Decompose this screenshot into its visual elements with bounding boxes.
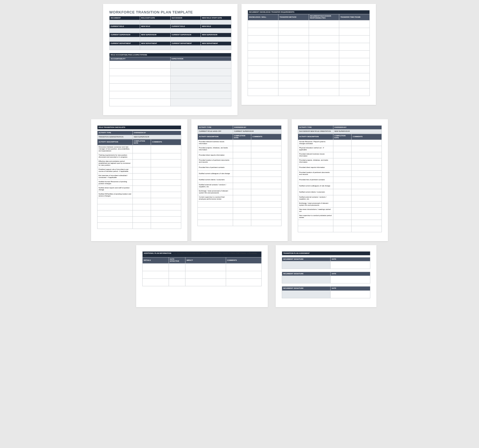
activity-desc: Notified external contacts / vendors / s… <box>298 195 333 201</box>
table-row: Training requirements for new position d… <box>97 153 181 159</box>
activity-desc: Provided relevant business issues inform… <box>298 152 333 158</box>
table-row <box>298 220 382 226</box>
activity-desc: Notified external contacts / vendors / s… <box>198 183 233 189</box>
activity-desc: Notified current colleagues of role chan… <box>298 183 333 189</box>
page-7: TRANSITION PLAN AGREEMENT INCUMBENT SIGN… <box>276 245 376 307</box>
basic-info-table: INCUMBENT ROLE EXIT DATE SUCCESSOR NEW R… <box>109 16 231 50</box>
activity-desc: Provided direct reports information <box>298 164 333 170</box>
table-row: Current supervisor to conduct final empl… <box>198 195 282 201</box>
agreement-table: TRANSITION PLAN AGREEMENT <box>282 251 370 255</box>
activity-desc: Notified direct reports and staff of pos… <box>97 186 133 192</box>
table-row <box>198 214 282 220</box>
table-row <box>198 207 282 214</box>
table-row: Provided location of pertinent documents… <box>298 170 382 177</box>
col-incumbent: INCUMBENT <box>110 16 140 20</box>
activity-desc: Discussion between successor and new man… <box>97 145 133 153</box>
table-row: Exit interview of incumbent scheduled / … <box>97 173 181 180</box>
page-5: ACTIVITY TYPEOVERSEEN BY SUCCESSOR NEW R… <box>292 119 388 241</box>
checklist-1: ROLE TRANSITION CHECKLISTS <box>97 125 181 130</box>
activity-desc: Exchange / reset processed of relevant s… <box>298 201 333 207</box>
table-row <box>97 204 181 210</box>
table-row: Effective date and probation period esta… <box>97 159 181 167</box>
page-2: INCUMBENT KNOWLEDGE TRANSFER REQUIREMENT… <box>241 4 376 105</box>
checklist-3-items: ACTIVITY DESCRIPTION COMPLETION DATE COM… <box>298 134 382 232</box>
table-row: Notified external contacts / vendors / s… <box>298 195 382 201</box>
table-row <box>97 223 181 229</box>
table-row: Provided projects, initiatives, and task… <box>198 146 282 152</box>
activity-desc: Provided relevant business issues inform… <box>198 140 233 146</box>
table-row: Exchange / reset processed of relevant s… <box>198 189 282 195</box>
table-row: Provided lists of pertinent contacts <box>198 164 282 170</box>
table-row: Human Resource / Payroll systems changes… <box>298 140 382 146</box>
table-row: Notified current colleagues of role chan… <box>198 170 282 177</box>
additional-info-table: ADDITIONAL PLAN INFORMATION e.g. Alterna… <box>142 251 262 286</box>
table-row: Notified IS/Facilities of pending locati… <box>97 192 181 198</box>
table-row: Discussion between successor and new man… <box>97 145 181 153</box>
table-row: New supervisor to conduct probation peri… <box>298 214 382 220</box>
page-1: WORKFORCE TRANSITION PLAN TEMPLATE INCUM… <box>103 4 238 115</box>
page-3: ROLE TRANSITION CHECKLISTS ACTIVITY TYPE… <box>91 119 187 241</box>
checklist-2-items: ACTIVITY DESCRIPTION COMPLETION DATE COM… <box>197 134 282 226</box>
activity-desc: Physical relocation carried out - if app… <box>298 146 333 152</box>
activity-desc: Provided projects, initiatives, and task… <box>298 158 333 164</box>
activity-desc: Notified Human Resources of pending posi… <box>97 180 133 186</box>
table-row: Notified current clients / customers <box>298 189 382 195</box>
activity-desc: Effective date and probation period esta… <box>97 159 133 167</box>
activity-desc: New team introductions / meetings carrie… <box>298 207 333 214</box>
table-row: Provided projects, initiatives, and task… <box>298 158 382 164</box>
activity-desc: Notified current clients / customers <box>298 189 333 195</box>
page-6: ADDITIONAL PLAN INFORMATION e.g. Alterna… <box>136 245 268 307</box>
table-row <box>97 198 181 204</box>
table-row: Notified external contacts / vendors / s… <box>198 183 282 189</box>
addl-title: ADDITIONAL PLAN INFORMATION <box>144 252 171 254</box>
activity-desc: Provided lists of pertinent contacts <box>298 177 333 183</box>
col-start-date: NEW ROLE START DATE <box>201 16 231 20</box>
activity-desc: Provided projects, initiatives, and task… <box>198 146 233 152</box>
activity-desc: Provided location of pertinent documents… <box>198 158 233 164</box>
activity-desc: Training requirements for new position d… <box>97 153 133 159</box>
table-row: Physical relocation carried out - if app… <box>298 146 382 152</box>
table-row: Notified current clients / customers <box>198 177 282 183</box>
activity-desc: Finalized support role of incumbent over… <box>97 167 133 173</box>
table-row: Notified Human Resources of pending posi… <box>97 180 181 186</box>
table-row: Notified direct reports and staff of pos… <box>97 186 181 192</box>
page-title: WORKFORCE TRANSITION PLAN TEMPLATE <box>109 10 231 14</box>
accountabilities-table: ROLE ACCOUNTABILITIES & EXPECTATIONS ACC… <box>109 53 231 106</box>
table-row: Exchange / reset processed of relevant s… <box>298 201 382 207</box>
table-row: Notified current colleagues of role chan… <box>298 183 382 189</box>
table-row <box>97 210 181 217</box>
table-row: Provided lists of pertinent contacts <box>298 177 382 183</box>
checklist-1-items: ACTIVITY DESCRIPTION COMPLETION DATE COM… <box>97 139 181 229</box>
activity-desc: Exchange / reset processed of relevant s… <box>198 189 233 195</box>
table-row <box>97 217 181 223</box>
acct-title: ROLE ACCOUNTABILITIES & EXPECTATIONS <box>110 53 231 57</box>
table-row: Provided relevant business issues inform… <box>198 140 282 146</box>
table-row <box>298 226 382 232</box>
activity-desc: New supervisor to conduct probation peri… <box>298 214 333 220</box>
page-4: ACTIVITY TYPEOVERSEEN BY CURRENT ROLE HA… <box>191 119 288 241</box>
activity-desc: Provided lists of pertinent contacts <box>198 164 233 170</box>
activity-desc: Notified current clients / customers <box>198 177 233 183</box>
table-row: Provided location of pertinent documents… <box>198 158 282 164</box>
activity-desc: Notified current colleagues of role chan… <box>198 170 233 177</box>
col-successor: SUCCESSOR <box>170 16 201 20</box>
activity-desc: Exit interview of incumbent scheduled / … <box>97 173 133 180</box>
table-row <box>198 220 282 226</box>
col-exit-date: ROLE EXIT DATE <box>140 16 170 20</box>
activity-desc: Provided location of pertinent documents… <box>298 170 333 177</box>
table-row: Provided direct reports information <box>198 152 282 158</box>
activity-desc: Notified IS/Facilities of pending locati… <box>97 192 133 198</box>
activity-desc: Provided direct reports information <box>198 152 233 158</box>
activity-desc: Human Resource / Payroll systems changes… <box>298 140 333 146</box>
table-row: New team introductions / meetings carrie… <box>298 207 382 214</box>
activity-desc: Current supervisor to conduct final empl… <box>198 195 233 201</box>
table-row: Provided direct reports information <box>298 164 382 170</box>
table-row: Provided relevant business issues inform… <box>298 152 382 158</box>
table-row: Finalized support role of incumbent over… <box>97 167 181 173</box>
table-row <box>198 201 282 207</box>
knowledge-transfer-table: INCUMBENT KNOWLEDGE TRANSFER REQUIREMENT… <box>248 10 370 96</box>
